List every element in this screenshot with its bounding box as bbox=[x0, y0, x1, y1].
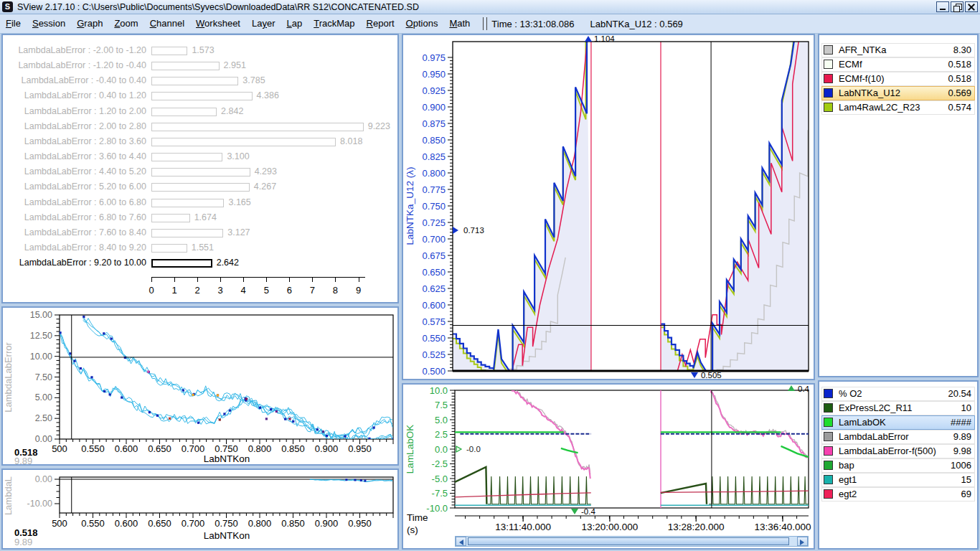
channel-name: egt2 bbox=[839, 489, 857, 499]
histogram-bar[interactable] bbox=[151, 199, 224, 207]
histogram-axis-tick bbox=[174, 277, 175, 282]
channel-row[interactable]: ECMf-f(10)0.518 bbox=[821, 72, 975, 86]
scatter-ytick-label: 5.00 bbox=[35, 392, 52, 402]
menu-item-lap[interactable]: Lap bbox=[281, 17, 308, 31]
histogram-bar[interactable] bbox=[151, 214, 190, 222]
mini-plot-panel[interactable]: 0.00-10.005000.5500.6000.6500.7000.7500.… bbox=[1, 468, 399, 550]
histogram-bar[interactable] bbox=[151, 229, 223, 237]
menu-item-session[interactable]: Session bbox=[27, 17, 71, 31]
channel-row[interactable]: LambdaLabError9.89 bbox=[821, 430, 975, 444]
channel-value: 0.518 bbox=[948, 59, 971, 70]
channel-list-bottom-panel[interactable]: % O220.54ExPressL2C_R1110LamLabOK####Lam… bbox=[818, 380, 979, 550]
histogram-bar[interactable] bbox=[151, 77, 238, 85]
bottom-y-axis-title: LamLabOK bbox=[405, 425, 415, 474]
bottom-ytick-label: 2.5 bbox=[435, 429, 448, 440]
channel-row[interactable]: egt115 bbox=[821, 473, 975, 487]
channel-list-top-panel[interactable]: AFR_NTKa8.30ECMf0.518ECMf-f(10)0.518LabN… bbox=[818, 34, 979, 377]
histogram-axis-tick-label: 5 bbox=[259, 285, 273, 296]
histogram-bar[interactable] bbox=[151, 62, 220, 70]
channel-row[interactable]: AFR_NTKa8.30 bbox=[821, 43, 975, 57]
channel-name: LamLabOK bbox=[839, 417, 886, 428]
app-logo-icon: S bbox=[2, 1, 13, 12]
channel-name: Lam4RawL2C_R23 bbox=[839, 102, 920, 113]
close-button[interactable] bbox=[965, 1, 978, 12]
channel-color-swatch bbox=[824, 389, 833, 398]
histogram-bar[interactable] bbox=[151, 138, 336, 146]
scatter-marker bbox=[69, 352, 71, 354]
main-ytick-label: 0.850 bbox=[422, 135, 446, 146]
channel-row[interactable]: ECMf0.518 bbox=[821, 57, 975, 72]
histogram-bar[interactable] bbox=[151, 183, 250, 192]
minimize-button[interactable] bbox=[936, 1, 949, 12]
scatter-accent-marker bbox=[275, 410, 278, 413]
menu-separator bbox=[483, 17, 487, 30]
scatter-accent-marker bbox=[219, 418, 221, 420]
scatter-marker bbox=[73, 360, 75, 362]
channel-color-swatch bbox=[824, 461, 833, 470]
histogram-axis-tick bbox=[312, 277, 313, 282]
scatter-xtick-label: 0.550 bbox=[81, 443, 105, 454]
histogram-axis-tick bbox=[151, 277, 152, 282]
histogram-bar[interactable] bbox=[151, 244, 187, 253]
histogram-bar[interactable] bbox=[151, 123, 364, 131]
scatter-ytick-label: 0.00 bbox=[35, 434, 52, 444]
histogram-row-label: LambdaLabError : 6.00 to 6.80 bbox=[3, 197, 146, 207]
main-chart-panel[interactable]: 0.5000.5250.5500.5750.6000.6250.6500.675… bbox=[402, 34, 815, 380]
scatter-accent-marker bbox=[322, 430, 324, 433]
histogram-bar[interactable] bbox=[151, 259, 212, 268]
menu-item-trackmap[interactable]: TrackMap bbox=[308, 17, 360, 31]
menu-item-file[interactable]: File bbox=[0, 17, 27, 31]
histogram-bar[interactable] bbox=[151, 108, 217, 116]
histogram-row-label: LambdaLabError : 3.60 to 4.40 bbox=[3, 151, 146, 161]
channel-row[interactable]: % O220.54 bbox=[821, 387, 975, 401]
mini-xtick-label: 0.950 bbox=[348, 518, 372, 529]
channel-value: 10 bbox=[961, 402, 971, 413]
bottom-ytick-label: 5.0 bbox=[435, 415, 448, 425]
channel-row[interactable]: ExPressL2C_R1110 bbox=[821, 401, 975, 415]
channel-name: ECMf bbox=[839, 59, 862, 70]
menu-item-options[interactable]: Options bbox=[400, 17, 444, 31]
channel-color-swatch bbox=[824, 103, 833, 112]
channel-name: ExPressL2C_R11 bbox=[839, 402, 912, 413]
menu-item-graph[interactable]: Graph bbox=[71, 17, 108, 31]
menu-item-channel[interactable]: Channel bbox=[144, 17, 190, 31]
scatter-x-axis-title: LabNTKon bbox=[204, 453, 250, 464]
channel-row[interactable]: LambdaLabError-f(500)9.98 bbox=[821, 444, 975, 458]
histogram-row-label: LambdaLabError : 7.60 to 8.40 bbox=[3, 227, 146, 237]
scatter-plot-panel[interactable]: 0.002.505.007.5010.0012.5015.005000.5500… bbox=[1, 306, 399, 466]
scatter-marker bbox=[344, 435, 346, 437]
menu-item-zoom[interactable]: Zoom bbox=[108, 17, 143, 31]
channel-row[interactable]: LamLabOK#### bbox=[821, 415, 975, 430]
channel-row[interactable]: LabNTKa_U120.569 bbox=[821, 86, 975, 100]
channel-value: 15 bbox=[961, 474, 971, 485]
scatter-ytick-label: 12.50 bbox=[30, 331, 52, 341]
histogram-row-label: LambdaLabError : 6.80 to 7.60 bbox=[3, 212, 146, 222]
mini-marker bbox=[354, 479, 356, 481]
channel-row[interactable]: Lam4RawL2C_R230.574 bbox=[821, 100, 975, 115]
menu-bar: FileSessionGraphZoomChannelWorksheetLaye… bbox=[0, 14, 980, 34]
restore-button[interactable] bbox=[951, 1, 963, 12]
channel-row[interactable]: egt269 bbox=[821, 487, 975, 501]
mini-xtick-label: 0.750 bbox=[215, 518, 238, 529]
bottom-chart-svg: -10.0-7.5-5.0-2.50.02.55.07.510.0LamLabO… bbox=[403, 385, 814, 548]
histogram-panel[interactable]: LambdaLabError : -2.00 to -1.201.573Lamb… bbox=[1, 34, 399, 303]
channel-color-swatch bbox=[824, 489, 833, 499]
menu-item-math[interactable]: Math bbox=[443, 17, 476, 31]
main-ytick-label: 0.800 bbox=[422, 168, 446, 179]
scatter-accent-marker bbox=[245, 398, 248, 400]
bottom-chart-panel[interactable]: Time (s) -10.0-7.5-5.0-2.50.02.55.07.510… bbox=[402, 383, 815, 550]
menu-item-report[interactable]: Report bbox=[361, 17, 400, 31]
histogram-bar[interactable] bbox=[151, 168, 250, 176]
histogram-bar[interactable] bbox=[151, 92, 253, 100]
menu-item-worksheet[interactable]: Worksheet bbox=[190, 17, 246, 31]
channel-value: 1006 bbox=[951, 460, 971, 471]
histogram-bar-value: 1.551 bbox=[192, 242, 214, 253]
scatter-marker bbox=[80, 367, 82, 369]
channel-color-swatch bbox=[824, 88, 833, 98]
histogram-bar-value: 1.674 bbox=[194, 212, 217, 222]
channel-row[interactable]: bap1006 bbox=[821, 458, 975, 473]
histogram-bar[interactable] bbox=[151, 47, 187, 55]
histogram-bar[interactable] bbox=[151, 153, 222, 161]
scatter-xtick-label: 0.700 bbox=[182, 443, 205, 454]
menu-item-layer[interactable]: Layer bbox=[246, 17, 281, 31]
